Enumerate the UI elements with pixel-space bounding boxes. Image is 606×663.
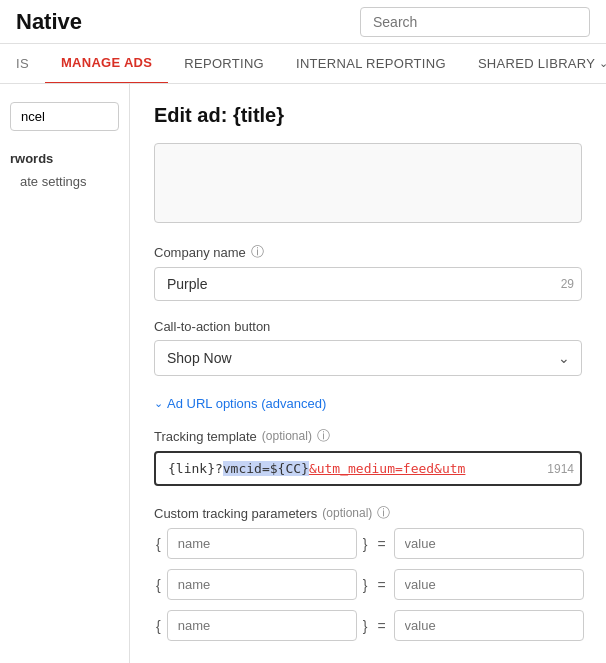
param-equals-1: =: [373, 536, 389, 552]
company-name-info-icon[interactable]: ⓘ: [251, 243, 264, 261]
param-value-input-3[interactable]: [394, 610, 584, 641]
tracking-optional-label: (optional): [262, 429, 312, 443]
cancel-button[interactable]: ncel: [10, 102, 119, 131]
param-name-input-3[interactable]: [167, 610, 357, 641]
sidebar: ncel rwords ate settings: [0, 84, 130, 663]
custom-tracking-optional-label: (optional): [322, 506, 372, 520]
company-name-label: Company name ⓘ: [154, 243, 582, 261]
main-layout: ncel rwords ate settings Edit ad: {title…: [0, 84, 606, 663]
param-row-1: { } =: [154, 528, 582, 559]
param-row-2: { } =: [154, 569, 582, 600]
param-name-input-2[interactable]: [167, 569, 357, 600]
custom-tracking-label: Custom tracking parameters (optional) ⓘ: [154, 504, 582, 522]
company-name-input[interactable]: [154, 267, 582, 301]
tracking-template-field: Tracking template (optional) ⓘ {link}?vm…: [154, 427, 582, 486]
search-input[interactable]: [360, 7, 590, 37]
param-value-input-2[interactable]: [394, 569, 584, 600]
param-equals-2: =: [373, 577, 389, 593]
shared-library-chevron-icon: ⌄: [599, 57, 606, 70]
param-close-brace-2: }: [361, 577, 370, 593]
tracking-highlight-text: vmcid=${CC}: [223, 461, 309, 476]
nav-item-internal-reporting[interactable]: INTERNAL REPORTING: [280, 44, 462, 84]
image-preview: [154, 143, 582, 223]
app-title: Native: [16, 9, 82, 35]
param-row-3: { } =: [154, 610, 582, 641]
ad-url-chevron-icon: ⌄: [154, 397, 163, 410]
top-bar: Native: [0, 0, 606, 44]
param-close-brace-1: }: [361, 536, 370, 552]
param-open-brace-3: {: [154, 618, 163, 634]
tracking-info-icon[interactable]: ⓘ: [317, 427, 330, 445]
custom-tracking-field: Custom tracking parameters (optional) ⓘ …: [154, 504, 582, 641]
sidebar-section-title: rwords: [10, 151, 119, 166]
tracking-underline-text: &utm_medium=feed&utm: [309, 461, 466, 476]
tracking-normal-text: {link}?: [168, 461, 223, 476]
param-value-input-1[interactable]: [394, 528, 584, 559]
nav-item-manage-ads[interactable]: MANAGE ADS: [45, 44, 168, 84]
cta-button-field: Call-to-action button Shop Now Learn Mor…: [154, 319, 582, 376]
nav-item-shared-library[interactable]: SHARED LIBRARY ⌄: [462, 44, 606, 84]
nav-bar: IS MANAGE ADS REPORTING INTERNAL REPORTI…: [0, 44, 606, 84]
cta-select-wrapper: Shop Now Learn More Sign Up Get Quote Ap…: [154, 340, 582, 376]
sidebar-section-keywords: rwords ate settings: [0, 139, 129, 197]
param-open-brace-1: {: [154, 536, 163, 552]
tracking-char-count: 1914: [547, 462, 574, 476]
tracking-input-wrapper: {link}?vmcid=${CC}&utm_medium=feed&utm 1…: [154, 451, 582, 486]
custom-tracking-info-icon[interactable]: ⓘ: [377, 504, 390, 522]
param-close-brace-3: }: [361, 618, 370, 634]
cta-select[interactable]: Shop Now Learn More Sign Up Get Quote Ap…: [154, 340, 582, 376]
param-name-input-1[interactable]: [167, 528, 357, 559]
company-name-input-wrapper: 29: [154, 267, 582, 301]
cta-button-label: Call-to-action button: [154, 319, 582, 334]
param-equals-3: =: [373, 618, 389, 634]
company-name-field: Company name ⓘ 29: [154, 243, 582, 301]
company-name-char-count: 29: [561, 277, 574, 291]
nav-item-is[interactable]: IS: [0, 44, 45, 84]
content-area: Edit ad: {title} Company name ⓘ 29 Call-…: [130, 84, 606, 663]
tracking-template-display[interactable]: {link}?vmcid=${CC}&utm_medium=feed&utm: [154, 451, 582, 486]
param-open-brace-2: {: [154, 577, 163, 593]
page-title: Edit ad: {title}: [154, 104, 582, 127]
tracking-template-label: Tracking template (optional) ⓘ: [154, 427, 582, 445]
nav-item-reporting[interactable]: REPORTING: [168, 44, 280, 84]
sidebar-item-settings[interactable]: ate settings: [10, 170, 119, 193]
ad-url-options-link[interactable]: ⌄ Ad URL options (advanced): [154, 396, 326, 411]
